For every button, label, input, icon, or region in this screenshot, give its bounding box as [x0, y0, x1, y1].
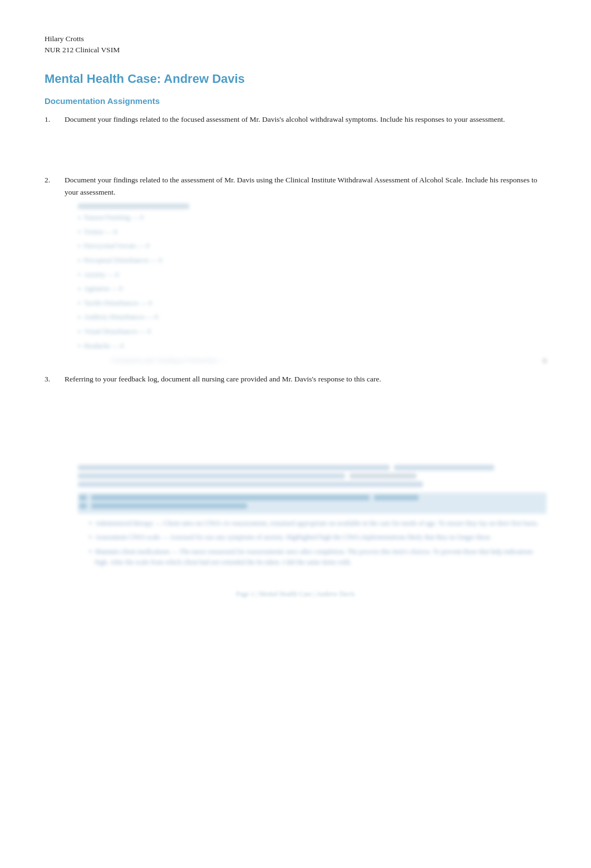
- item3-blurred-para-1: [78, 465, 546, 487]
- assignment-number-2: 2.: [45, 174, 65, 198]
- page-footer: Page 1 | Mental Health Case | Andrew Dav…: [45, 590, 546, 598]
- ciwa-item-tremor: Tremor — 0: [78, 226, 546, 239]
- assignment-item-2: 2. Document your findings related to the…: [45, 174, 546, 198]
- ciwa-item-agitation-label: Agitation — 0: [84, 283, 122, 295]
- ciwa-blurred-block: Nausea/Vomiting — 0 Tremor — 0 Paroxysma…: [78, 204, 546, 367]
- ciwa-item-perceptual: Perceptual Disturbances — 0: [78, 255, 546, 267]
- assignment-item-1: 1. Document your findings related to the…: [45, 113, 546, 126]
- score-line: Orientation and Clouding of Sensorium — …: [111, 354, 546, 367]
- student-info: Hilary Crotts NUR 212 Clinical VSIM: [45, 33, 546, 56]
- ciwa-item-perceptual-label: Perceptual Disturbances — 0: [84, 255, 162, 267]
- ciwa-header-row: [78, 204, 546, 209]
- assignment-number-1: 1.: [45, 113, 65, 126]
- ciwa-item-headache: Headache — 0: [78, 340, 546, 353]
- item3-blurred-block: Administered therapy — Client rates on C…: [78, 465, 546, 568]
- ciwa-item-visual-label: Visual Disturbances — 0: [84, 326, 151, 338]
- ciwa-header-bar: [78, 204, 189, 209]
- student-name: Hilary Crotts: [45, 33, 546, 44]
- assignment-number-3: 3.: [45, 373, 65, 385]
- sub-item-3: Maintain client medications — The nurse …: [89, 547, 546, 568]
- spacer-3: [45, 434, 546, 456]
- ciwa-item-sweats-label: Paroxysmal Sweats — 0: [84, 240, 150, 252]
- ciwa-item-agitation: Agitation — 0: [78, 283, 546, 295]
- ciwa-item-sweats: Paroxysmal Sweats — 0: [78, 240, 546, 252]
- sub-item-3-label: Maintain client medications — The nurse …: [95, 547, 546, 568]
- ciwa-item-tremor-label: Tremor — 0: [84, 226, 117, 239]
- ciwa-item-anxiety-label: Anxiety — 0: [84, 269, 119, 281]
- assignment-text-1: Document your findings related to the fo…: [65, 113, 546, 126]
- ciwa-item-auditory: Auditory Disturbances — 0: [78, 311, 546, 324]
- assignments-list: 1. Document your findings related to the…: [45, 113, 546, 385]
- assignment-item-3: 3. Referring to your feedback log, docum…: [45, 373, 546, 385]
- ciwa-item-tactile: Tactile Disturbances — 0: [78, 297, 546, 310]
- spacer-1: [45, 130, 546, 174]
- ciwa-item-nausea-label: Nausea/Vomiting — 0: [84, 212, 144, 224]
- spacer-2: [45, 389, 546, 434]
- item3-blurred-numbered-4: [78, 493, 546, 514]
- ciwa-item-tactile-label: Tactile Disturbances — 0: [84, 297, 152, 310]
- sub-item-1: Administered therapy — Client rates on C…: [89, 518, 546, 529]
- ciwa-item-anxiety: Anxiety — 0: [78, 269, 546, 281]
- ciwa-orientation-label: Orientation and Clouding of Sensorium —: [111, 355, 539, 367]
- ciwa-score: 0: [543, 354, 547, 367]
- sub-item-2: Assessment CIWA scale — Assessed for use…: [89, 532, 546, 543]
- student-course: NUR 212 Clinical VSIM: [45, 44, 546, 56]
- ciwa-item-nausea: Nausea/Vomiting — 0: [78, 212, 546, 224]
- ciwa-items-list: Nausea/Vomiting — 0 Tremor — 0 Paroxysma…: [78, 212, 546, 352]
- sub-item-2-label: Assessment CIWA scale — Assessed for use…: [95, 532, 492, 543]
- page-title: Mental Health Case: Andrew Davis: [45, 72, 546, 86]
- ciwa-item-visual: Visual Disturbances — 0: [78, 326, 546, 338]
- sub-item-1-label: Administered therapy — Client rates on C…: [95, 518, 539, 529]
- item3-sub-list: Administered therapy — Client rates on C…: [89, 518, 546, 568]
- section-heading: Documentation Assignments: [45, 96, 546, 106]
- ciwa-item-headache-label: Headache — 0: [84, 340, 124, 353]
- assignment-text-2: Document your findings related to the as…: [65, 174, 546, 198]
- ciwa-item-auditory-label: Auditory Disturbances — 0: [84, 311, 158, 324]
- assignment-text-3: Referring to your feedback log, document…: [65, 373, 546, 385]
